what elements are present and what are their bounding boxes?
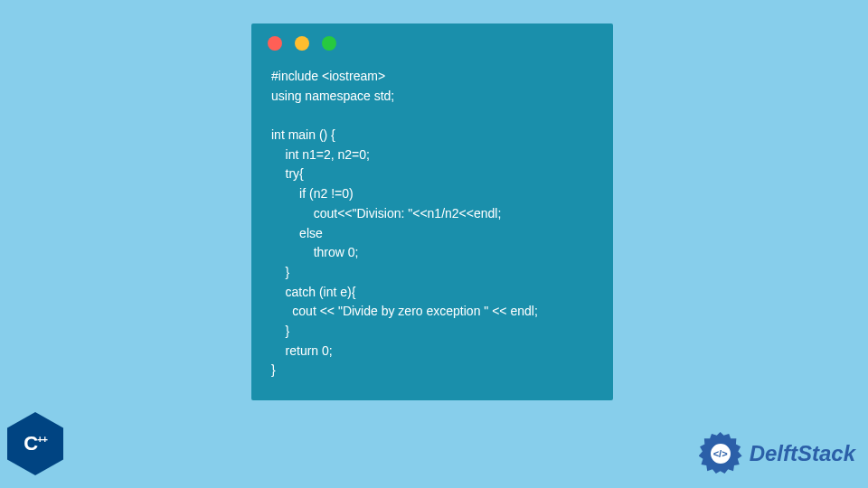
close-icon[interactable]: [268, 36, 282, 51]
code-window: #include <iostream> using namespace std;…: [251, 23, 613, 400]
gear-center-label: </>: [708, 441, 733, 466]
minimize-icon[interactable]: [295, 36, 309, 51]
gear-icon: </>: [699, 432, 742, 475]
cpp-plus: ++: [37, 434, 47, 445]
cpp-letter: C: [24, 432, 37, 455]
cpp-logo-text: C++: [24, 432, 47, 455]
code-block: #include <iostream> using namespace std;…: [251, 60, 613, 384]
cpp-logo: C++: [7, 412, 74, 483]
window-titlebar: [251, 23, 613, 60]
brand-name: DelftStack: [750, 441, 855, 466]
hexagon-icon: C++: [7, 412, 63, 475]
brand-logo: </> DelftStack: [699, 432, 855, 475]
maximize-icon[interactable]: [322, 36, 336, 51]
